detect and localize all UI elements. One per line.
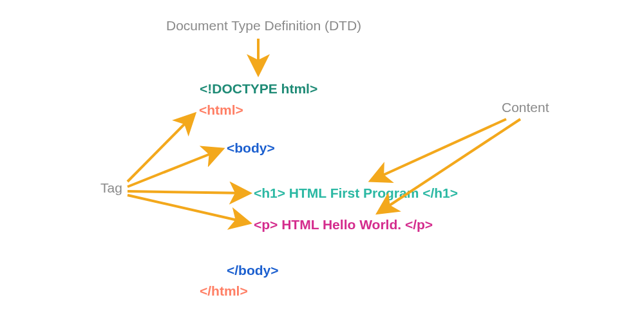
arrow-tag-body — [128, 149, 222, 187]
arrow-tag-html — [128, 115, 194, 182]
arrow-tag-p — [128, 195, 249, 223]
code-html-open: <html> — [199, 102, 243, 118]
arrow-tag-h1 — [128, 191, 249, 193]
arrow-content-h1 — [372, 119, 506, 180]
code-body-open: <body> — [227, 140, 275, 156]
arrows-layer — [0, 0, 644, 322]
content-label: Content — [502, 100, 549, 115]
code-doctype: <!DOCTYPE html> — [200, 81, 317, 97]
code-h1: <h1> HTML First Program </h1> — [254, 185, 458, 201]
dtd-label: Document Type Definition (DTD) — [166, 18, 361, 33]
diagram-stage: Document Type Definition (DTD) <!DOCTYPE… — [0, 0, 644, 322]
tag-label: Tag — [100, 180, 122, 196]
code-body-close: </body> — [227, 263, 279, 278]
code-html-close: </html> — [200, 283, 248, 299]
code-p: <p> HTML Hello World. </p> — [254, 217, 433, 232]
